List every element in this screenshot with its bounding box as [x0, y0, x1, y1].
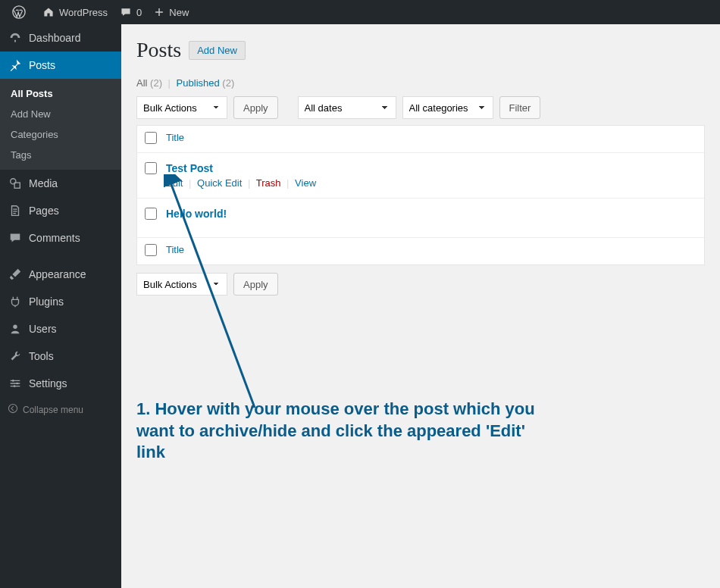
row-checkbox[interactable]	[145, 208, 157, 220]
column-title[interactable]: Title	[166, 132, 697, 143]
menu-users-label: Users	[29, 323, 57, 335]
post-view-filters: All (2) | Published (2)	[136, 77, 705, 89]
svg-point-5	[16, 383, 18, 385]
menu-posts-label: Posts	[29, 59, 55, 71]
wordpress-icon	[12, 5, 26, 19]
user-icon	[8, 321, 23, 336]
table-row: Hello world!	[137, 199, 704, 238]
submenu-add-new[interactable]: Add New	[0, 104, 121, 124]
media-icon	[8, 176, 23, 191]
comments-link[interactable]: 0	[114, 0, 148, 24]
menu-dashboard[interactable]: Dashboard	[0, 24, 121, 52]
table-footer: Title	[137, 238, 704, 264]
bulk-actions-select[interactable]: Bulk Actions	[136, 96, 227, 119]
menu-settings[interactable]: Settings	[0, 370, 121, 397]
new-label: New	[169, 7, 189, 18]
post-title-link[interactable]: Test Post	[166, 162, 697, 174]
svg-point-7	[8, 404, 17, 412]
wrench-icon	[8, 349, 23, 364]
menu-users[interactable]: Users	[0, 315, 121, 342]
dashboard-icon	[8, 30, 23, 45]
submenu-categories[interactable]: Categories	[0, 124, 121, 145]
submenu-tags[interactable]: Tags	[0, 145, 121, 165]
menu-appearance[interactable]: Appearance	[0, 261, 121, 288]
action-trash[interactable]: Trash	[256, 177, 281, 189]
sliders-icon	[8, 376, 23, 391]
action-view[interactable]: View	[295, 177, 316, 189]
row-actions: Edit | Quick Edit | Trash | View	[166, 177, 697, 189]
plus-icon	[154, 7, 164, 17]
home-icon	[42, 6, 55, 18]
new-content-link[interactable]: New	[148, 0, 195, 24]
pin-icon	[8, 58, 23, 73]
menu-plugins-label: Plugins	[29, 296, 64, 308]
menu-media[interactable]: Media	[0, 170, 121, 197]
menu-dashboard-label: Dashboard	[29, 32, 81, 44]
collapse-icon	[8, 403, 18, 416]
svg-point-3	[13, 325, 17, 329]
add-new-button[interactable]: Add New	[189, 41, 246, 60]
posts-table: Title Test Post Edit | Quick Edit | Tras…	[136, 125, 705, 265]
category-filter-select[interactable]: All categories	[402, 96, 493, 119]
comment-icon	[120, 6, 132, 18]
select-all-checkbox-footer[interactable]	[145, 244, 157, 256]
brush-icon	[8, 267, 23, 282]
select-all-checkbox[interactable]	[145, 132, 157, 144]
view-published-count: (2)	[222, 77, 234, 89]
column-title-footer[interactable]: Title	[166, 244, 697, 255]
site-name-label: WordPress	[59, 7, 108, 18]
submenu-all-posts[interactable]: All Posts	[0, 83, 121, 104]
collapse-menu[interactable]: Collapse menu	[0, 397, 121, 422]
menu-comments[interactable]: Comments	[0, 224, 121, 252]
svg-point-4	[12, 380, 14, 382]
menu-media-label: Media	[29, 177, 58, 189]
table-header: Title	[137, 126, 704, 153]
posts-submenu: All Posts Add New Categories Tags	[0, 79, 121, 170]
table-row: Test Post Edit | Quick Edit | Trash | Vi…	[137, 153, 704, 199]
menu-tools-label: Tools	[29, 350, 54, 362]
apply-button-bottom[interactable]: Apply	[233, 273, 278, 296]
page-icon	[8, 203, 23, 218]
collapse-label: Collapse menu	[23, 405, 83, 415]
svg-point-1	[11, 179, 16, 184]
post-title-link[interactable]: Hello world!	[166, 208, 697, 220]
admin-sidebar: Dashboard Posts All Posts Add New Catego…	[0, 24, 121, 588]
menu-pages-label: Pages	[29, 205, 59, 217]
view-all-count: (2)	[150, 77, 162, 89]
view-all-label[interactable]: All	[136, 77, 147, 89]
annotation-text: 1. Hover with your mouse over the post w…	[136, 399, 546, 464]
menu-plugins[interactable]: Plugins	[0, 288, 121, 315]
bulk-actions-select-bottom[interactable]: Bulk Actions	[136, 273, 227, 296]
view-published-link[interactable]: Published	[177, 77, 220, 89]
action-edit[interactable]: Edit	[166, 177, 183, 189]
svg-point-6	[14, 385, 16, 387]
filter-button[interactable]: Filter	[499, 96, 541, 119]
apply-button[interactable]: Apply	[233, 96, 278, 119]
date-filter-select[interactable]: All dates	[298, 96, 396, 119]
page-title: Posts	[136, 38, 181, 62]
menu-pages[interactable]: Pages	[0, 197, 121, 224]
comments-icon	[8, 230, 23, 246]
menu-posts[interactable]: Posts	[0, 52, 121, 79]
main-content: Posts Add New All (2) | Published (2) Bu…	[121, 24, 720, 588]
menu-tools[interactable]: Tools	[0, 342, 121, 370]
wp-logo[interactable]	[6, 0, 36, 24]
row-checkbox[interactable]	[145, 162, 157, 174]
action-quick-edit[interactable]: Quick Edit	[197, 177, 242, 189]
menu-comments-label: Comments	[29, 232, 80, 244]
admin-toolbar: WordPress 0 New	[0, 0, 720, 24]
plug-icon	[8, 294, 23, 309]
comments-count: 0	[136, 7, 142, 18]
menu-appearance-label: Appearance	[29, 268, 86, 280]
site-name-link[interactable]: WordPress	[36, 0, 114, 24]
menu-settings-label: Settings	[29, 377, 67, 389]
